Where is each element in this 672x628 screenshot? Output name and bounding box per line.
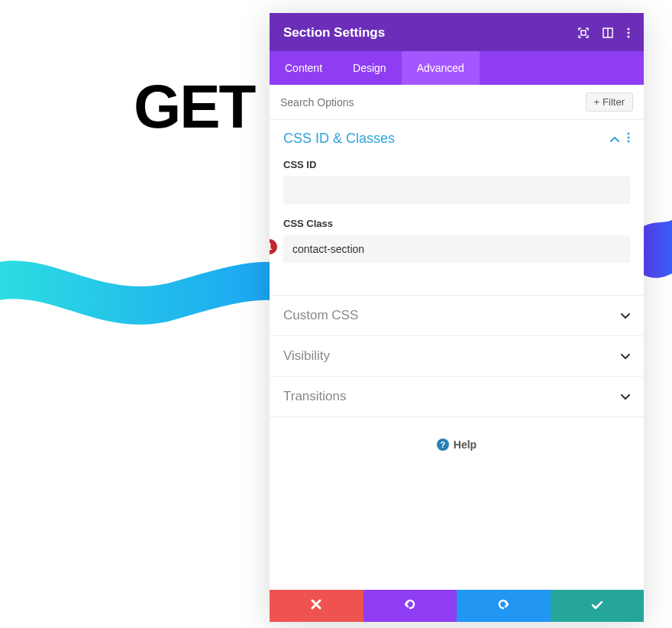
- save-button[interactable]: [551, 590, 645, 622]
- modal-body: CSS ID & Classes CSS ID 1 CSS Class: [270, 120, 644, 590]
- redo-icon: [497, 598, 509, 613]
- modal-footer: [270, 590, 644, 622]
- svg-point-7: [628, 136, 630, 138]
- svg-point-4: [628, 32, 630, 34]
- chevron-down-icon: [621, 349, 630, 363]
- wave-decoration-left: [0, 243, 305, 335]
- field-css-id: CSS ID: [283, 159, 630, 204]
- modal-header: Section Settings: [270, 13, 644, 51]
- help-icon: ?: [437, 439, 449, 451]
- expand-icon[interactable]: [578, 28, 589, 38]
- undo-button[interactable]: [363, 590, 457, 622]
- redo-button[interactable]: [457, 590, 551, 622]
- help-link[interactable]: ? Help: [270, 417, 644, 458]
- search-row: + Filter: [270, 85, 644, 120]
- columns-icon[interactable]: [603, 28, 613, 38]
- section-title: CSS ID & Classes: [283, 131, 395, 147]
- transitions-title: Transitions: [283, 389, 347, 404]
- background-text: GET: [134, 72, 254, 142]
- svg-point-5: [628, 36, 630, 38]
- field-css-class: 1 CSS Class: [283, 218, 630, 263]
- visibility-title: Visibility: [283, 348, 330, 364]
- filter-label: Filter: [603, 96, 625, 108]
- section-css-id-classes: CSS ID & Classes CSS ID 1 CSS Class: [270, 120, 644, 295]
- help-label: Help: [454, 439, 477, 451]
- tabs: Content Design Advanced: [270, 51, 644, 85]
- plus-icon: +: [594, 96, 600, 108]
- annotation-badge: 1: [270, 239, 277, 254]
- kebab-menu-icon[interactable]: [627, 28, 630, 38]
- svg-rect-0: [581, 31, 586, 35]
- svg-point-3: [628, 28, 630, 31]
- section-header-icons: [610, 132, 630, 146]
- svg-point-8: [628, 140, 630, 142]
- header-icons: [578, 28, 630, 38]
- close-icon: [311, 599, 321, 613]
- wave-decoration-right: [641, 220, 672, 281]
- tab-content[interactable]: Content: [270, 51, 338, 85]
- custom-css-title: Custom CSS: [283, 308, 358, 323]
- undo-icon: [404, 598, 416, 613]
- settings-modal: Section Settings Content Design Advanced…: [270, 13, 644, 622]
- section-visibility[interactable]: Visibility: [270, 335, 644, 376]
- tab-advanced[interactable]: Advanced: [402, 51, 480, 85]
- section-transitions[interactable]: Transitions: [270, 376, 644, 417]
- chevron-down-icon: [621, 390, 630, 403]
- chevron-up-icon[interactable]: [610, 132, 619, 146]
- kebab-menu-icon[interactable]: [627, 132, 630, 146]
- check-icon: [591, 599, 603, 613]
- tab-design[interactable]: Design: [338, 51, 402, 85]
- chevron-down-icon: [621, 309, 630, 322]
- css-id-label: CSS ID: [283, 159, 630, 170]
- section-custom-css[interactable]: Custom CSS: [270, 295, 644, 335]
- section-header[interactable]: CSS ID & Classes: [283, 131, 630, 147]
- search-input[interactable]: [280, 96, 586, 108]
- modal-title: Section Settings: [283, 25, 385, 40]
- cancel-button[interactable]: [270, 590, 363, 622]
- svg-point-6: [628, 132, 630, 134]
- css-id-input[interactable]: [283, 176, 630, 204]
- css-class-input[interactable]: [283, 235, 630, 263]
- css-class-label: CSS Class: [283, 218, 630, 229]
- filter-button[interactable]: + Filter: [586, 92, 633, 112]
